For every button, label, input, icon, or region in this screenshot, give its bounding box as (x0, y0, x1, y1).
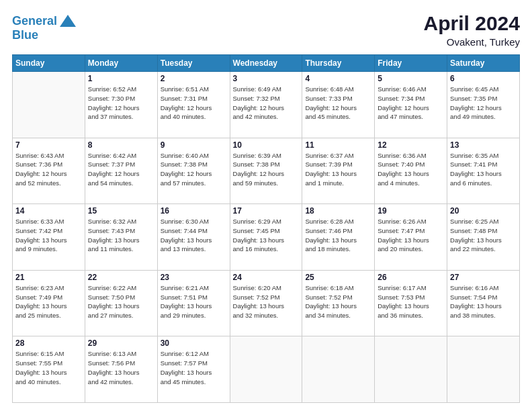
day-number: 23 (161, 273, 227, 282)
day-info: Sunrise: 6:16 AMSunset: 7:54 PMDaylight:… (450, 283, 517, 320)
week-row-3: 14Sunrise: 6:33 AMSunset: 7:42 PMDayligh… (13, 204, 520, 271)
calendar-header-row: SundayMondayTuesdayWednesdayThursdayFrid… (13, 55, 520, 72)
day-number: 26 (378, 273, 444, 282)
day-number: 4 (305, 74, 371, 83)
day-cell: 13Sunrise: 6:35 AMSunset: 7:41 PMDayligh… (447, 138, 520, 204)
day-info: Sunrise: 6:30 AMSunset: 7:44 PMDaylight:… (161, 217, 227, 254)
day-cell: 8Sunrise: 6:42 AMSunset: 7:37 PMDaylight… (85, 138, 157, 204)
day-info: Sunrise: 6:33 AMSunset: 7:42 PMDaylight:… (15, 217, 82, 254)
day-number: 28 (15, 338, 82, 348)
title-block: April 2024 Ovakent, Turkey (424, 12, 520, 48)
week-row-4: 21Sunrise: 6:23 AMSunset: 7:49 PMDayligh… (13, 270, 520, 336)
week-row-1: 1Sunrise: 6:52 AMSunset: 7:30 PMDaylight… (13, 72, 520, 138)
col-header-sunday: Sunday (13, 55, 85, 72)
logo: General Blue (12, 12, 77, 42)
day-cell: 12Sunrise: 6:36 AMSunset: 7:40 PMDayligh… (375, 138, 447, 204)
day-cell (447, 336, 520, 403)
day-cell: 19Sunrise: 6:26 AMSunset: 7:47 PMDayligh… (375, 204, 447, 271)
day-number: 20 (450, 206, 517, 216)
day-cell: 6Sunrise: 6:45 AMSunset: 7:35 PMDaylight… (447, 72, 520, 138)
day-cell (375, 336, 447, 403)
day-info: Sunrise: 6:13 AMSunset: 7:56 PMDaylight:… (88, 349, 154, 386)
logo-icon (58, 12, 77, 31)
day-number: 7 (15, 140, 82, 150)
subtitle: Ovakent, Turkey (424, 36, 520, 48)
col-header-wednesday: Wednesday (230, 55, 302, 72)
header: General Blue April 2024 Ovakent, Turkey (12, 12, 520, 48)
week-row-5: 28Sunrise: 6:15 AMSunset: 7:55 PMDayligh… (13, 336, 520, 403)
day-cell: 22Sunrise: 6:22 AMSunset: 7:50 PMDayligh… (85, 270, 157, 336)
day-number: 24 (233, 273, 300, 282)
day-cell: 1Sunrise: 6:52 AMSunset: 7:30 PMDaylight… (85, 72, 157, 138)
day-info: Sunrise: 6:35 AMSunset: 7:41 PMDaylight:… (450, 151, 517, 188)
day-number: 30 (161, 338, 227, 348)
day-number: 25 (305, 273, 371, 282)
day-info: Sunrise: 6:52 AMSunset: 7:30 PMDaylight:… (88, 85, 154, 122)
day-number: 2 (161, 74, 227, 83)
day-number: 29 (88, 338, 154, 348)
day-info: Sunrise: 6:21 AMSunset: 7:51 PMDaylight:… (161, 283, 227, 320)
col-header-tuesday: Tuesday (157, 55, 230, 72)
page: General Blue April 2024 Ovakent, Turkey … (0, 0, 532, 411)
day-number: 10 (233, 140, 300, 150)
day-number: 11 (305, 140, 371, 150)
day-number: 14 (15, 206, 82, 216)
day-cell: 10Sunrise: 6:39 AMSunset: 7:38 PMDayligh… (230, 138, 302, 204)
day-number: 9 (161, 140, 227, 150)
day-info: Sunrise: 6:18 AMSunset: 7:52 PMDaylight:… (305, 283, 371, 320)
day-cell: 24Sunrise: 6:20 AMSunset: 7:52 PMDayligh… (230, 270, 302, 336)
day-cell: 3Sunrise: 6:49 AMSunset: 7:32 PMDaylight… (230, 72, 302, 138)
day-cell: 25Sunrise: 6:18 AMSunset: 7:52 PMDayligh… (302, 270, 375, 336)
logo-text: General (12, 15, 57, 28)
day-cell: 9Sunrise: 6:40 AMSunset: 7:38 PMDaylight… (157, 138, 230, 204)
day-cell: 26Sunrise: 6:17 AMSunset: 7:53 PMDayligh… (375, 270, 447, 336)
day-info: Sunrise: 6:37 AMSunset: 7:39 PMDaylight:… (305, 151, 371, 188)
day-info: Sunrise: 6:15 AMSunset: 7:55 PMDaylight:… (15, 349, 82, 386)
day-info: Sunrise: 6:20 AMSunset: 7:52 PMDaylight:… (233, 283, 300, 320)
day-number: 27 (450, 273, 517, 282)
day-info: Sunrise: 6:36 AMSunset: 7:40 PMDaylight:… (378, 151, 444, 188)
day-info: Sunrise: 6:22 AMSunset: 7:50 PMDaylight:… (88, 283, 154, 320)
day-info: Sunrise: 6:26 AMSunset: 7:47 PMDaylight:… (378, 217, 444, 254)
day-number: 13 (450, 140, 517, 150)
day-info: Sunrise: 6:23 AMSunset: 7:49 PMDaylight:… (15, 283, 82, 320)
day-number: 16 (161, 206, 227, 216)
day-number: 18 (305, 206, 371, 216)
day-cell: 28Sunrise: 6:15 AMSunset: 7:55 PMDayligh… (13, 336, 85, 403)
day-number: 8 (88, 140, 154, 150)
col-header-saturday: Saturday (447, 55, 520, 72)
day-info: Sunrise: 6:46 AMSunset: 7:34 PMDaylight:… (378, 85, 444, 122)
day-cell: 20Sunrise: 6:25 AMSunset: 7:48 PMDayligh… (447, 204, 520, 271)
day-info: Sunrise: 6:49 AMSunset: 7:32 PMDaylight:… (233, 85, 300, 122)
day-cell: 17Sunrise: 6:29 AMSunset: 7:45 PMDayligh… (230, 204, 302, 271)
col-header-thursday: Thursday (302, 55, 375, 72)
day-cell: 7Sunrise: 6:43 AMSunset: 7:36 PMDaylight… (13, 138, 85, 204)
main-title: April 2024 (424, 12, 520, 35)
day-cell (302, 336, 375, 403)
day-info: Sunrise: 6:39 AMSunset: 7:38 PMDaylight:… (233, 151, 300, 188)
day-cell: 23Sunrise: 6:21 AMSunset: 7:51 PMDayligh… (157, 270, 230, 336)
day-cell (13, 72, 85, 138)
col-header-friday: Friday (375, 55, 447, 72)
day-cell: 5Sunrise: 6:46 AMSunset: 7:34 PMDaylight… (375, 72, 447, 138)
day-number: 5 (378, 74, 444, 83)
day-cell: 21Sunrise: 6:23 AMSunset: 7:49 PMDayligh… (13, 270, 85, 336)
day-cell: 16Sunrise: 6:30 AMSunset: 7:44 PMDayligh… (157, 204, 230, 271)
day-info: Sunrise: 6:12 AMSunset: 7:57 PMDaylight:… (161, 349, 227, 386)
day-number: 12 (378, 140, 444, 150)
col-header-monday: Monday (85, 55, 157, 72)
day-info: Sunrise: 6:29 AMSunset: 7:45 PMDaylight:… (233, 217, 300, 254)
day-cell: 4Sunrise: 6:48 AMSunset: 7:33 PMDaylight… (302, 72, 375, 138)
day-info: Sunrise: 6:42 AMSunset: 7:37 PMDaylight:… (88, 151, 154, 188)
week-row-2: 7Sunrise: 6:43 AMSunset: 7:36 PMDaylight… (13, 138, 520, 204)
day-info: Sunrise: 6:45 AMSunset: 7:35 PMDaylight:… (450, 85, 517, 122)
day-info: Sunrise: 6:48 AMSunset: 7:33 PMDaylight:… (305, 85, 371, 122)
day-number: 19 (378, 206, 444, 216)
day-cell: 2Sunrise: 6:51 AMSunset: 7:31 PMDaylight… (157, 72, 230, 138)
day-number: 6 (450, 74, 517, 83)
day-number: 17 (233, 206, 300, 216)
day-info: Sunrise: 6:51 AMSunset: 7:31 PMDaylight:… (161, 85, 227, 122)
svg-marker-0 (60, 15, 76, 27)
day-number: 22 (88, 273, 154, 282)
day-cell (230, 336, 302, 403)
